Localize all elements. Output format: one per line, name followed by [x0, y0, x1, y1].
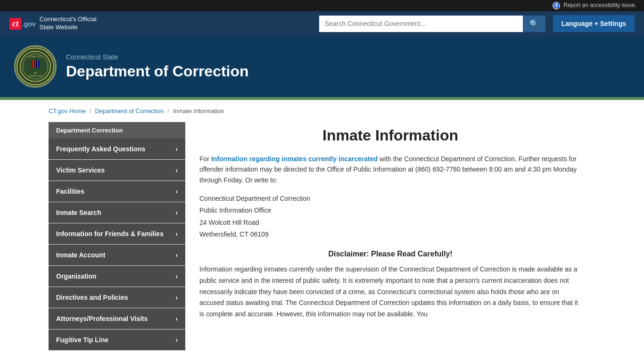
sidebar-item-victim-services-arrow: ›: [175, 166, 178, 174]
sidebar: Department Correction Frequently Asked Q…: [49, 122, 185, 351]
breadcrumb-sep-2: /: [167, 107, 169, 115]
address-line-3: 24 Wolcott Hill Road: [199, 217, 581, 229]
sidebar-item-faq[interactable]: Frequently Asked Questions ›: [49, 139, 185, 160]
sidebar-item-faq-arrow: ›: [175, 145, 178, 153]
sidebar-item-friends-families-arrow: ›: [175, 230, 178, 238]
accessibility-link[interactable]: Report an accessibility issue.: [563, 2, 636, 8]
search-button[interactable]: 🔍: [523, 16, 545, 32]
sidebar-item-facilities[interactable]: Facilities ›: [49, 181, 185, 202]
sidebar-item-organization-label: Organization: [56, 272, 97, 280]
intro-link[interactable]: Information regarding inmates currently …: [211, 155, 378, 163]
language-settings-button[interactable]: Language + Settings: [553, 15, 635, 32]
sidebar-item-attorneys-visits-label: Attorneys/Professional Visits: [56, 315, 148, 322]
dept-seal-inner: CONNECTICUT CORRECTION ★: [17, 48, 54, 85]
main-content: Inmate Information For Information regar…: [185, 122, 595, 329]
dept-title: Department of Correction: [66, 63, 249, 80]
sidebar-item-inmate-account-arrow: ›: [175, 251, 178, 259]
svg-text:★: ★: [34, 71, 37, 75]
ct-badge: ct: [9, 18, 21, 30]
disclaimer-title: Disclaimer: Please Read Carefully!: [199, 250, 581, 258]
sidebar-item-victim-services[interactable]: Victim Services ›: [49, 160, 185, 181]
sidebar-title: Department Correction: [49, 122, 185, 139]
dept-subtitle: Connecticut State: [66, 53, 249, 61]
search-icon: 🔍: [529, 20, 539, 28]
accessibility-bar: ♿ Report an accessibility issue.: [0, 0, 644, 11]
ct-gov-text: .gov: [22, 20, 36, 28]
sidebar-item-fugitive-tip-line-label: Fugitive Tip Line: [56, 336, 108, 344]
sidebar-item-attorneys-visits[interactable]: Attorneys/Professional Visits ›: [49, 308, 185, 329]
sidebar-item-inmate-search-label: Inmate Search: [56, 209, 101, 216]
sidebar-item-inmate-account-label: Inmate Account: [56, 251, 106, 259]
address-line-1: Connecticut Department of Correction: [199, 193, 581, 205]
sidebar-item-attorneys-visits-arrow: ›: [175, 315, 178, 322]
sidebar-item-faq-label: Frequently Asked Questions: [56, 145, 145, 153]
search-input[interactable]: [319, 16, 523, 32]
ct-nav: ct .gov Connecticut's Official State Web…: [0, 11, 644, 36]
main-container: CT.gov Home / Department of Correction /…: [39, 100, 605, 358]
content-layout: Department Correction Frequently Asked Q…: [49, 122, 595, 351]
sidebar-item-friends-families[interactable]: Information for Friends & Families ›: [49, 223, 185, 245]
breadcrumb-sep-1: /: [90, 107, 91, 115]
dept-seal: CONNECTICUT CORRECTION ★: [14, 45, 57, 88]
intro-prefix: For: [199, 155, 211, 163]
sidebar-item-fugitive-tip-line-arrow: ›: [175, 336, 178, 344]
address-line-4: Wethersfield, CT 06109: [199, 229, 581, 240]
sidebar-item-inmate-search[interactable]: Inmate Search ›: [49, 202, 185, 223]
sidebar-item-facilities-label: Facilities: [56, 188, 84, 195]
sidebar-item-directives-policies[interactable]: Directives and Policies ›: [49, 287, 185, 308]
breadcrumb-current: Inmate Information: [173, 107, 224, 115]
svg-text:CORRECTION: CORRECTION: [28, 75, 42, 77]
breadcrumb: CT.gov Home / Department of Correction /…: [49, 107, 595, 115]
dept-header: CONNECTICUT CORRECTION ★ Connecticut Sta…: [0, 36, 644, 97]
disclaimer-text: Information regarding inmates currently …: [199, 264, 581, 320]
sidebar-item-fugitive-tip-line[interactable]: Fugitive Tip Line ›: [49, 329, 185, 351]
sidebar-item-facilities-arrow: ›: [175, 188, 178, 195]
intro-paragraph: For Information regarding inmates curren…: [199, 154, 581, 185]
search-container: 🔍: [319, 16, 545, 32]
svg-text:CONNECTICUT: CONNECTICUT: [28, 56, 43, 58]
page-title: Inmate Information: [199, 127, 581, 144]
sidebar-item-directives-policies-arrow: ›: [175, 294, 178, 301]
accessibility-icon: ♿: [553, 2, 560, 9]
address-line-2: Public Information Office: [199, 205, 581, 216]
ct-logo: ct .gov Connecticut's Official State Web…: [9, 16, 97, 32]
breadcrumb-dept[interactable]: Department of Correction: [95, 107, 164, 115]
sidebar-item-friends-families-label: Information for Friends & Families: [56, 230, 164, 238]
dept-title-area: Connecticut State Department of Correcti…: [66, 53, 249, 80]
breadcrumb-home[interactable]: CT.gov Home: [49, 107, 86, 115]
sidebar-item-organization-arrow: ›: [175, 272, 178, 280]
ct-logo-text: Connecticut's Official State Website: [40, 16, 97, 32]
sidebar-item-inmate-search-arrow: ›: [175, 209, 178, 216]
sidebar-item-inmate-account[interactable]: Inmate Account ›: [49, 245, 185, 266]
sidebar-item-victim-services-label: Victim Services: [56, 166, 105, 174]
address-block: Connecticut Department of Correction Pub…: [199, 193, 581, 240]
sidebar-item-organization[interactable]: Organization ›: [49, 266, 185, 287]
sidebar-item-directives-policies-label: Directives and Policies: [56, 294, 128, 301]
